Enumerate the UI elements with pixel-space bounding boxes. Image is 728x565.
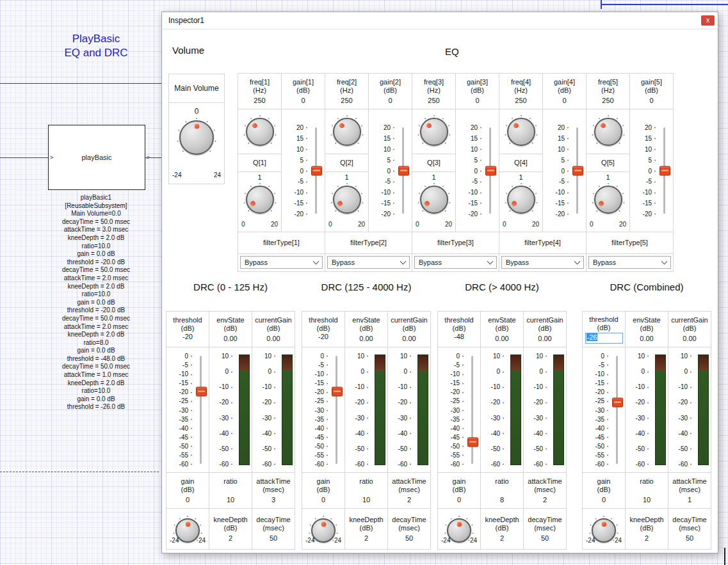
kneedepth-value[interactable]: 2 (645, 534, 649, 543)
gain-header-cell: gain[5] (dB) 0 (630, 74, 674, 109)
kneedepth-value[interactable]: 2 (500, 534, 504, 543)
kneedepth-value[interactable]: 2 (364, 534, 368, 543)
q-knob[interactable] (243, 182, 277, 217)
filtertype-dropdown[interactable]: Bypass (327, 256, 410, 269)
gain-value[interactable]: 0 (388, 97, 392, 105)
slider-track[interactable] (471, 356, 473, 464)
tick-label: -10 (543, 189, 569, 196)
slider-handle[interactable] (572, 166, 583, 175)
threshold-value[interactable]: -20 (182, 333, 193, 340)
gain-slider[interactable]: 20151050-5-10-15-20 (630, 109, 673, 232)
gain-value[interactable]: 0 (186, 496, 190, 504)
threshold-slider[interactable]: 0-5-10-15-20-25-30-35-40-45-50-55-60 (438, 347, 480, 472)
currentgain-label: currentGain (671, 316, 708, 324)
slider-track[interactable] (336, 356, 337, 464)
attacktime-value[interactable]: 3 (271, 496, 275, 504)
gain-header-cell: gain (dB) 0 (166, 473, 209, 509)
tick-label: -5 (543, 178, 569, 185)
gain-value[interactable]: 0 (602, 496, 606, 504)
kneedepth-value[interactable]: 2 (229, 534, 232, 543)
threshold-value[interactable]: -20 (318, 333, 328, 340)
tick-label: -40 (438, 424, 464, 431)
threshold-value[interactable]: -26 (586, 333, 598, 341)
slider-handle[interactable] (398, 166, 409, 175)
freq-header-cell: freq[5] (Hz) 250 (586, 74, 630, 109)
tick-label: -60 (583, 461, 608, 468)
threshold-value-field[interactable]: -48 (454, 333, 464, 342)
slider-track[interactable] (616, 356, 618, 464)
filtertype-dropdown[interactable]: Bypass (588, 256, 671, 269)
slider-handle[interactable] (659, 166, 670, 175)
playbasic-block[interactable]: > playBasic > (48, 125, 145, 190)
envstate-meter: 100-10-20-30-40-50-60 (626, 347, 668, 472)
close-button[interactable]: x (701, 15, 715, 26)
attacktime-unit: (msec) (398, 486, 420, 494)
freq-knob[interactable] (243, 115, 277, 149)
tick-label: 0 (456, 167, 481, 174)
gain-slider[interactable]: 20151050-5-10-15-20 (369, 109, 412, 232)
decaytime-value[interactable]: 50 (686, 534, 693, 543)
threshold-slider[interactable]: 0-5-10-15-20-25-30-35-40-45-50-55-60 (583, 347, 625, 472)
ratio-value[interactable]: 8 (500, 496, 504, 504)
threshold-slider[interactable]: 0-5-10-15-20-25-30-35-40-45-50-55-60 (302, 347, 344, 472)
gain-slider[interactable]: 20151050-5-10-15-20 (456, 109, 499, 232)
gain-value[interactable]: 0 (301, 97, 305, 105)
tick-label: -60 (302, 461, 328, 468)
freq-knob[interactable] (591, 115, 626, 149)
tick-label: -20 (626, 399, 649, 406)
tick-label: -30 (209, 414, 232, 421)
slider-handle[interactable] (612, 398, 623, 408)
envstate-unit: (dB) (640, 324, 654, 333)
freq-value[interactable]: 250 (341, 97, 352, 105)
freq-knob[interactable] (504, 115, 538, 149)
kneedepth-label: kneeDepth (485, 516, 519, 524)
threshold-header-cell: threshold (dB) -48 (438, 312, 481, 347)
freq-value[interactable]: 250 (602, 97, 613, 105)
slider-handle[interactable] (311, 166, 322, 175)
freq-value[interactable]: 250 (254, 97, 265, 105)
titlebar[interactable]: Inspector1 x (162, 12, 718, 29)
gain-value[interactable]: 0 (475, 97, 479, 105)
decaytime-value[interactable]: 50 (541, 534, 549, 543)
decaytime-value[interactable]: 50 (405, 534, 413, 543)
filtertype-dropdown[interactable]: Bypass (501, 256, 584, 269)
main-volume-knob[interactable] (176, 117, 217, 158)
tick-label: 5 (543, 156, 569, 163)
threshold-unit: (dB) (453, 324, 466, 333)
decaytime-value[interactable]: 50 (270, 534, 277, 543)
slider-handle[interactable] (332, 387, 343, 397)
gain-slider[interactable]: 20151050-5-10-15-20 (282, 109, 325, 232)
slider-handle[interactable] (196, 387, 207, 397)
gain-value[interactable]: 0 (649, 97, 653, 105)
filtertype-dropdown[interactable]: Bypass (414, 256, 497, 269)
filtertype-dropdown[interactable]: Bypass (240, 256, 323, 269)
attacktime-value[interactable]: 2 (407, 496, 411, 504)
tick-label: -5 (630, 178, 656, 185)
freq-knob[interactable] (330, 115, 364, 149)
freq-knob[interactable] (417, 115, 451, 149)
slider-handle[interactable] (485, 166, 496, 175)
q-knob[interactable] (417, 182, 451, 217)
threshold-slider[interactable]: 0-5-10-15-20-25-30-35-40-45-50-55-60 (166, 347, 209, 472)
gain-slider[interactable]: 20151050-5-10-15-20 (543, 109, 586, 232)
q-knob[interactable] (504, 182, 538, 217)
threshold-value-field[interactable]: -20 (182, 333, 193, 342)
ratio-value[interactable]: 10 (643, 496, 651, 504)
freq-value[interactable]: 250 (428, 97, 439, 105)
ratio-value[interactable]: 10 (227, 496, 234, 504)
freq-value[interactable]: 250 (515, 97, 526, 105)
gain-value[interactable]: 0 (321, 496, 325, 504)
q-max-label: 20 (271, 221, 278, 228)
threshold-value[interactable]: -48 (454, 333, 464, 340)
slider-track[interactable] (200, 356, 202, 464)
ratio-value[interactable]: 10 (362, 496, 370, 504)
gain-value[interactable]: 0 (457, 496, 461, 504)
threshold-value-field[interactable]: -20 (318, 333, 328, 342)
threshold-value-field[interactable]: -26 (585, 333, 623, 344)
attacktime-value[interactable]: 1 (688, 496, 692, 504)
q-knob[interactable] (591, 182, 626, 217)
q-knob[interactable] (330, 182, 364, 217)
gain-value[interactable]: 0 (562, 97, 566, 105)
attacktime-value[interactable]: 2 (543, 496, 547, 504)
slider-handle[interactable] (467, 438, 478, 447)
